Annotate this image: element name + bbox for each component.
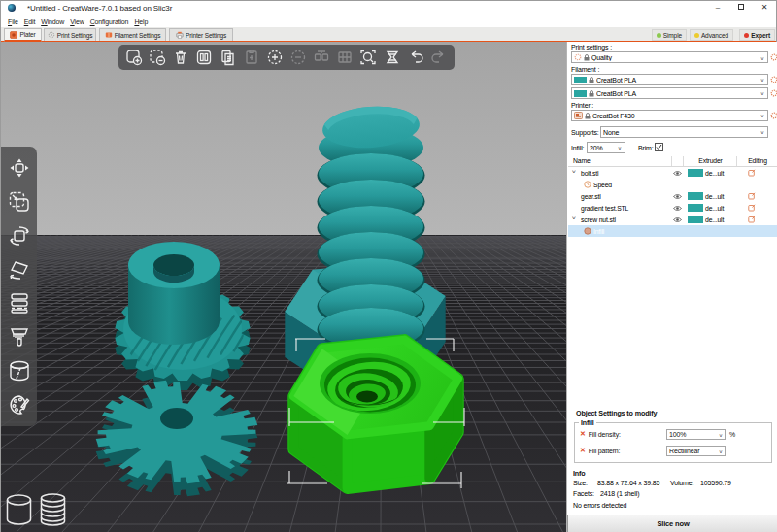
menu-edit[interactable]: Edit: [21, 18, 38, 25]
edit-icon[interactable]: [748, 192, 756, 200]
info-title: Info: [573, 469, 586, 478]
layers-view-button[interactable]: [38, 492, 68, 527]
infill-group-legend: Infill: [579, 419, 596, 426]
mode-simple-button[interactable]: Simple: [652, 29, 687, 41]
edit-icon[interactable]: [748, 204, 756, 212]
filament-settings-icon: [105, 31, 113, 39]
decrease-copies-button[interactable]: [288, 48, 308, 67]
redo-button[interactable]: [429, 48, 449, 67]
gear-icon: [574, 53, 582, 61]
window-title: *Untitled - CreatWare-7.0.1 based on Sli…: [27, 4, 172, 13]
split-button[interactable]: [312, 48, 331, 67]
filament-1-gear-button[interactable]: [770, 76, 777, 83]
filament-color-swatch: [574, 90, 587, 97]
edit-icon[interactable]: [748, 169, 756, 177]
tab-bar: Plater Print Settings Filament Settings …: [1, 27, 776, 42]
facets-value: 2418 (1 shell): [600, 490, 639, 497]
print-settings-label: Print settings :: [571, 44, 612, 50]
simple-dot-icon: [657, 33, 661, 38]
expand-icon[interactable]: ˅: [572, 169, 576, 175]
expand-icon[interactable]: ˅: [572, 216, 576, 221]
table-row-gear[interactable]: gear.stl de...ult: [568, 190, 777, 202]
menu-bar: File Edit Window View Configuration Help: [1, 16, 776, 27]
row-name: bolt.stl: [581, 170, 598, 177]
support-paint-tool-button[interactable]: [7, 324, 32, 349]
eye-icon[interactable]: [673, 193, 682, 200]
table-row-bolt-speed[interactable]: Speed: [568, 179, 777, 190]
remove-setting-icon[interactable]: ✕: [580, 447, 586, 454]
tab-filament-settings[interactable]: Filament Settings: [99, 28, 166, 41]
cut-tool-button[interactable]: [7, 290, 32, 316]
infill-select[interactable]: 20% ∨: [587, 142, 625, 153]
fill-density-select[interactable]: 100% ∨: [666, 429, 726, 440]
column-separator: [671, 156, 672, 166]
seam-tool-button[interactable]: [7, 358, 32, 383]
infill-group: Infill ✕ Fill density: 100% ∨ % ✕ Fill p…: [574, 422, 772, 463]
color-tool-button[interactable]: [7, 392, 32, 417]
menu-help[interactable]: Help: [131, 18, 151, 25]
table-row-gradient-test[interactable]: gradient test.STL de...ult: [568, 202, 777, 214]
table-row-screw-nut[interactable]: ˅ screw nut.stl de...ult: [568, 214, 777, 225]
slice-now-button[interactable]: Slice now: [567, 515, 777, 532]
tab-printer-settings[interactable]: Printer Settings: [169, 28, 233, 41]
solid-view-button[interactable]: [4, 492, 34, 527]
table-row-infill-selected[interactable]: Infill: [568, 225, 777, 237]
eye-icon[interactable]: [673, 216, 682, 223]
print-settings-gear-button[interactable]: [770, 53, 777, 61]
filament-select-1[interactable]: CreatBot PLA ∨: [571, 74, 768, 85]
tab-plater[interactable]: Plater: [4, 28, 42, 42]
remove-setting-icon[interactable]: ✕: [580, 430, 586, 438]
undo-button[interactable]: [406, 48, 425, 67]
filament-select-2[interactable]: CreatBot PLA ∨: [571, 87, 768, 99]
tab-print-settings[interactable]: Print Settings: [44, 28, 96, 41]
printer-gear-button[interactable]: [770, 112, 777, 119]
chevron-down-icon: ∨: [618, 145, 622, 150]
edit-icon[interactable]: [748, 216, 756, 223]
model-star[interactable]: [96, 381, 258, 497]
brim-checkbox[interactable]: [655, 143, 663, 151]
remove-object-button[interactable]: [148, 48, 167, 67]
mode-advanced-label: Advanced: [701, 32, 728, 39]
tab-filament-settings-label: Filament Settings: [115, 32, 161, 39]
chevron-down-icon: ∨: [760, 54, 764, 60]
fill-pattern-select[interactable]: Rectilinear ∨: [666, 446, 726, 456]
printer-select[interactable]: CreatBot F430 ∨: [571, 110, 768, 121]
mode-advanced-button[interactable]: Advanced: [690, 29, 733, 41]
row-extruder: de...ult: [705, 170, 724, 177]
row-name: gear.stl: [581, 193, 601, 200]
menu-view[interactable]: View: [67, 18, 86, 25]
fill-pattern-row: ✕ Fill pattern:: [580, 447, 620, 454]
copy-button[interactable]: [219, 48, 238, 67]
move-tool-button[interactable]: [7, 155, 32, 181]
zoom-button[interactable]: [358, 48, 378, 67]
print-settings-select[interactable]: Quality ∨: [571, 51, 768, 63]
chevron-down-icon: ∨: [760, 129, 764, 135]
close-button[interactable]: ✕: [753, 1, 776, 16]
model-nut[interactable]: [293, 340, 457, 488]
rotate-tool-button[interactable]: [7, 223, 32, 249]
menu-configuration[interactable]: Configuration: [87, 18, 132, 25]
paste-button[interactable]: [242, 48, 261, 67]
table-row-bolt[interactable]: ˅ bolt.stl de...ult: [568, 167, 777, 179]
supports-select[interactable]: None ∨: [600, 126, 768, 138]
filament-2-gear-button[interactable]: [770, 89, 777, 97]
arrange-button[interactable]: [194, 48, 214, 67]
app-icon: [8, 4, 16, 12]
add-object-button[interactable]: [124, 48, 144, 67]
info-facets-row: Facets: 2418 (1 shell): [573, 490, 594, 497]
flatten-tool-button[interactable]: [7, 257, 32, 283]
viewport-3d[interactable]: [1, 42, 566, 532]
menu-window[interactable]: Window: [38, 18, 67, 25]
scale-tool-button[interactable]: [7, 189, 32, 215]
eye-icon[interactable]: [673, 205, 682, 212]
mode-expert-button[interactable]: Expert: [739, 29, 775, 41]
delete-all-button[interactable]: [171, 48, 190, 67]
layers-button[interactable]: [383, 48, 402, 67]
minimize-button[interactable]: –: [706, 1, 729, 16]
cut-button[interactable]: [335, 48, 355, 67]
increase-copies-button[interactable]: [265, 48, 285, 67]
maximize-button[interactable]: [729, 1, 753, 16]
view-mode-buttons: [4, 492, 68, 527]
menu-file[interactable]: File: [5, 18, 21, 25]
eye-icon[interactable]: [673, 170, 682, 177]
